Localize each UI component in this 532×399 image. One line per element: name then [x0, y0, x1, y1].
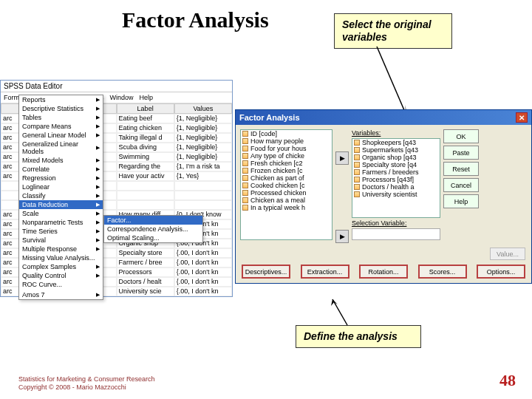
menu-item[interactable]: Data Reduction▶: [19, 200, 103, 209]
submenu-item[interactable]: Correspondence Analysis...: [104, 225, 202, 233]
svg-marker-3: [331, 299, 338, 306]
options-button[interactable]: Options...: [477, 265, 525, 279]
variable-icon: [242, 168, 248, 174]
variable-icon: [354, 140, 360, 146]
reset-button[interactable]: Reset: [443, 162, 479, 176]
page-title: Factor Analysis: [122, 7, 269, 33]
list-item[interactable]: How many people: [241, 137, 332, 145]
menu-item[interactable]: General Linear Model▶: [19, 131, 103, 140]
menu-item[interactable]: Correlate▶: [19, 165, 103, 174]
dialog-titlebar[interactable]: Factor Analysis ✕: [236, 110, 531, 125]
list-item[interactable]: University scientist: [352, 191, 440, 198]
list-item[interactable]: Farmers / breeders: [352, 168, 440, 176]
variable-icon: [242, 183, 248, 188]
menu-item[interactable]: Form: [4, 94, 19, 101]
list-item[interactable]: ID [code]: [241, 130, 332, 137]
list-item[interactable]: Organic shop [q43: [352, 154, 440, 161]
variable-icon: [242, 175, 248, 181]
selection-variable-label: Selection Variable:: [352, 219, 440, 227]
factor-analysis-dialog: Factor Analysis ✕ ID [code]How many peop…: [235, 109, 532, 284]
variable-icon: [242, 190, 248, 196]
submenu-item[interactable]: Optimal Scaling...: [104, 233, 202, 242]
variable-icon: [242, 160, 248, 166]
list-item[interactable]: Chicken as part of: [241, 174, 332, 182]
list-item[interactable]: Chicken as a meal: [241, 197, 332, 204]
target-column: Variables: Shopkeepers [q43Supermarkets …: [352, 129, 440, 243]
menu-item[interactable]: Mixed Models▶: [19, 156, 103, 165]
paste-button[interactable]: Paste: [443, 146, 479, 160]
menu-item[interactable]: Help: [140, 94, 154, 101]
extraction-button[interactable]: Extraction...: [301, 265, 349, 279]
list-item[interactable]: Shopkeepers [q43: [352, 139, 440, 146]
variables-list[interactable]: Shopkeepers [q43Supermarkets [q43Organic…: [352, 138, 440, 218]
variable-icon: [354, 177, 360, 183]
variable-icon: [354, 184, 360, 190]
menu-item[interactable]: Missing Value Analysis...: [19, 253, 103, 262]
list-item[interactable]: Processed chicken: [241, 189, 332, 197]
list-item[interactable]: Food for your hous: [241, 145, 332, 152]
menu-item[interactable]: Scale▶: [19, 209, 103, 218]
submenu-item[interactable]: Factor...: [104, 216, 202, 225]
menu-item[interactable]: Descriptive Statistics▶: [19, 104, 103, 113]
menu-item[interactable]: Nonparametric Tests▶: [19, 218, 103, 227]
dialog-buttons-column: OKPasteResetCancelHelp: [443, 129, 479, 243]
menu-item[interactable]: Quality Control▶: [19, 271, 103, 280]
move-right-button[interactable]: ▶: [335, 151, 349, 165]
variable-icon: [354, 169, 360, 175]
variable-icon: [354, 154, 360, 160]
data-reduction-submenu[interactable]: Factor...Correspondence Analysis...Optim…: [103, 215, 203, 243]
variable-icon: [354, 162, 360, 168]
callout-select-variables: Select the original variables: [334, 13, 452, 49]
list-item[interactable]: Doctors / health a: [352, 183, 440, 191]
svg-line-2: [332, 299, 347, 325]
variable-icon: [242, 131, 248, 137]
menu-item[interactable]: Loglinear▶: [19, 183, 103, 191]
move-buttons-column: ▶ ▶: [335, 129, 349, 243]
menu-item[interactable]: Multiple Response▶: [19, 245, 103, 253]
value-button: Value...: [490, 248, 525, 260]
menu-item[interactable]: Amos 7▶: [19, 290, 103, 299]
menu-item[interactable]: Window: [110, 94, 134, 101]
ok-button[interactable]: OK: [443, 129, 479, 143]
page-number: 48: [499, 371, 516, 390]
menu-item[interactable]: Tables▶: [19, 113, 103, 122]
variable-icon: [242, 153, 248, 159]
move-selection-button[interactable]: ▶: [335, 230, 349, 243]
close-icon[interactable]: ✕: [516, 112, 528, 123]
variable-icon: [354, 191, 360, 197]
menu-item[interactable]: Time Series▶: [19, 227, 103, 236]
list-item[interactable]: Any type of chicke: [241, 152, 332, 160]
svg-line-0: [377, 47, 406, 115]
footer-credit: Statistics for Marketing & Consumer Rese…: [18, 375, 155, 392]
scores-button[interactable]: Scores...: [418, 265, 467, 279]
descriptives-button[interactable]: Descriptives...: [242, 265, 290, 279]
menu-item[interactable]: Complex Samples▶: [19, 262, 103, 271]
cancel-button[interactable]: Cancel: [443, 178, 479, 192]
callout-define-analysis: Define the analysis: [296, 325, 421, 348]
analyze-menu[interactable]: Reports▶Descriptive Statistics▶Tables▶Co…: [18, 95, 103, 300]
menu-item[interactable]: Reports▶: [19, 95, 103, 104]
menu-item[interactable]: Generalized Linear Models▶: [19, 140, 103, 156]
variables-label: Variables:: [352, 129, 440, 137]
menu-item[interactable]: Compare Means▶: [19, 122, 103, 131]
menu-item[interactable]: Classify▶: [19, 191, 103, 200]
variable-icon: [242, 205, 248, 211]
list-item[interactable]: Frozen chicken [c: [241, 167, 332, 174]
list-item[interactable]: Specialty store [q4: [352, 161, 440, 168]
menu-item[interactable]: Survival▶: [19, 236, 103, 245]
rotation-button[interactable]: Rotation...: [359, 265, 408, 279]
variable-icon: [242, 146, 248, 151]
variable-icon: [242, 197, 248, 203]
source-variables-list[interactable]: ID [code]How many peopleFood for your ho…: [240, 129, 332, 240]
selection-variable-field[interactable]: [352, 228, 440, 240]
editor-window-title: SPSS Data Editor: [1, 81, 232, 92]
list-item[interactable]: Fresh chicken [c2: [241, 160, 332, 167]
list-item[interactable]: In a typical week h: [241, 204, 332, 211]
dialog-title-text: Factor Analysis: [239, 113, 300, 122]
menu-item[interactable]: ROC Curve...: [19, 280, 103, 289]
list-item[interactable]: Supermarkets [q43: [352, 146, 440, 154]
list-item[interactable]: Processors [q43f]: [352, 176, 440, 183]
help-button[interactable]: Help: [443, 194, 479, 208]
list-item[interactable]: Cooked chicken [c: [241, 182, 332, 189]
menu-item[interactable]: Regression▶: [19, 174, 103, 183]
